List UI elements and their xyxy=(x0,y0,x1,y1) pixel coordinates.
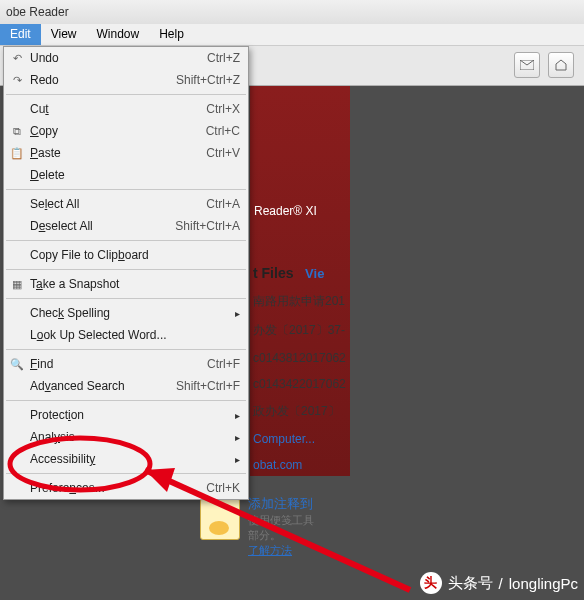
menu-check-spelling[interactable]: Check Spelling▸ xyxy=(4,302,248,324)
add-comments-card[interactable]: 添加注释到 使用便笺工具 部分。 了解方法 xyxy=(200,495,360,558)
menu-lookup-word[interactable]: Look Up Selected Word... xyxy=(4,324,248,346)
separator xyxy=(6,94,246,95)
home-button[interactable] xyxy=(548,52,574,78)
menu-help[interactable]: Help xyxy=(149,24,194,45)
separator xyxy=(6,298,246,299)
acrobat-link[interactable]: obat.com xyxy=(253,458,353,472)
recent-file-item[interactable]: 政办发〔2017〕 xyxy=(253,403,353,420)
card-subtext: 部分。 xyxy=(248,528,360,543)
menu-deselect-all[interactable]: Deselect AllShift+Ctrl+A xyxy=(4,215,248,237)
menu-select-all[interactable]: Select AllCtrl+A xyxy=(4,193,248,215)
home-icon xyxy=(554,59,568,71)
search-icon: 🔍 xyxy=(9,358,25,371)
menu-paste[interactable]: 📋PasteCtrl+V xyxy=(4,142,248,164)
view-all-link[interactable]: Vie xyxy=(305,266,324,281)
submenu-arrow-icon: ▸ xyxy=(235,410,240,421)
menu-redo[interactable]: ↷RedoShift+Ctrl+Z xyxy=(4,69,248,91)
copy-icon: ⧉ xyxy=(9,125,25,138)
undo-icon: ↶ xyxy=(9,52,25,65)
menu-advanced-search[interactable]: Advanced SearchShift+Ctrl+F xyxy=(4,375,248,397)
separator xyxy=(6,400,246,401)
recent-file-item[interactable]: 南路用款申请201 xyxy=(253,293,353,310)
watermark-icon: 头 xyxy=(420,572,442,594)
mail-button[interactable] xyxy=(514,52,540,78)
menu-find[interactable]: 🔍FindCtrl+F xyxy=(4,353,248,375)
recent-file-item[interactable]: 办发〔2017〕37- xyxy=(253,322,353,339)
my-computer-link[interactable]: Computer... xyxy=(253,432,353,446)
app-title: obe Reader xyxy=(6,5,69,19)
menu-analysis[interactable]: Analysis▸ xyxy=(4,426,248,448)
submenu-arrow-icon: ▸ xyxy=(235,308,240,319)
separator xyxy=(6,189,246,190)
product-name: Reader® XI xyxy=(250,204,350,218)
card-title: 添加注释到 xyxy=(248,495,360,513)
title-bar: obe Reader xyxy=(0,0,584,24)
submenu-arrow-icon: ▸ xyxy=(235,432,240,443)
menu-take-snapshot[interactable]: ▦Take a Snapshot xyxy=(4,273,248,295)
menu-accessibility[interactable]: Accessibility▸ xyxy=(4,448,248,470)
separator xyxy=(6,349,246,350)
recent-file-item[interactable]: c0143812017062 xyxy=(253,351,353,365)
redo-icon: ↷ xyxy=(9,74,25,87)
menu-delete[interactable]: Delete xyxy=(4,164,248,186)
menu-copy[interactable]: ⧉CopyCtrl+C xyxy=(4,120,248,142)
menu-cut[interactable]: CutCtrl+X xyxy=(4,98,248,120)
submenu-arrow-icon: ▸ xyxy=(235,454,240,465)
menu-view[interactable]: View xyxy=(41,24,87,45)
recent-files-panel: t Files Vie 南路用款申请201 办发〔2017〕37- c01438… xyxy=(253,265,353,472)
separator xyxy=(6,240,246,241)
sticky-note-icon xyxy=(200,498,240,540)
menu-undo[interactable]: ↶UndoCtrl+Z xyxy=(4,47,248,69)
edit-dropdown-menu: ↶UndoCtrl+Z ↷RedoShift+Ctrl+Z CutCtrl+X … xyxy=(3,46,249,500)
mail-icon xyxy=(520,60,534,70)
menu-window[interactable]: Window xyxy=(86,24,149,45)
paste-icon: 📋 xyxy=(9,147,25,160)
separator xyxy=(6,269,246,270)
card-subtext: 使用便笺工具 xyxy=(248,513,360,528)
camera-icon: ▦ xyxy=(9,278,25,291)
menu-copy-file-clipboard[interactable]: Copy File to Clipboard xyxy=(4,244,248,266)
separator xyxy=(6,473,246,474)
menu-edit[interactable]: Edit xyxy=(0,24,41,45)
recent-file-item[interactable]: c0143422017062 xyxy=(253,377,353,391)
watermark-author: longlingPc xyxy=(509,575,578,592)
learn-how-link[interactable]: 了解方法 xyxy=(248,543,360,558)
watermark-source: 头条号 xyxy=(448,574,493,593)
menu-preferences[interactable]: Preferences...Ctrl+K xyxy=(4,477,248,499)
menu-bar: Edit View Window Help xyxy=(0,24,584,46)
recent-files-heading: t Files xyxy=(253,265,293,281)
watermark: 头 头条号 / longlingPc xyxy=(420,572,578,594)
menu-protection[interactable]: Protection▸ xyxy=(4,404,248,426)
